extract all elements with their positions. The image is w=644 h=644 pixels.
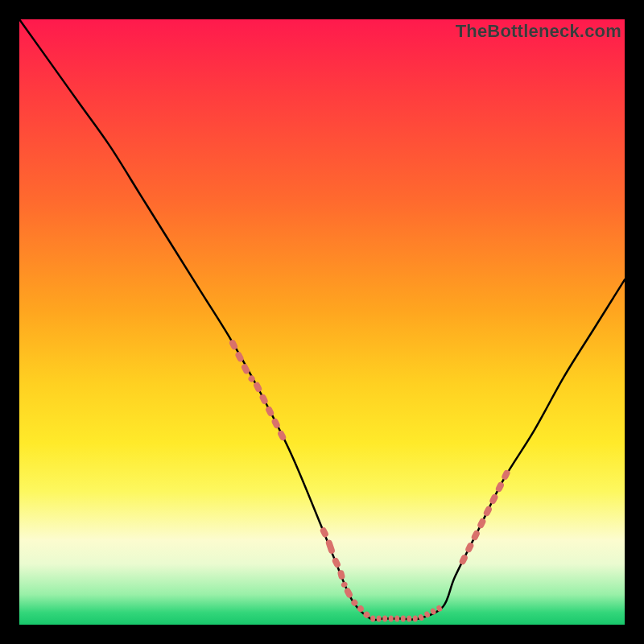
marker-segment <box>407 615 411 621</box>
marker-segment <box>382 615 387 621</box>
chart-frame: TheBottleneck.com <box>19 19 625 625</box>
marker-segment <box>495 481 506 493</box>
marker-segment <box>356 605 365 613</box>
marker-segment <box>325 539 336 554</box>
marker-segment <box>258 393 269 405</box>
chart-svg <box>19 19 625 625</box>
marker-segment <box>418 613 425 621</box>
marker-segment <box>464 542 475 554</box>
marker-segment <box>341 581 349 588</box>
marker-segment <box>370 615 375 621</box>
marker-segment <box>401 615 406 621</box>
marker-segment <box>394 615 399 621</box>
marker-segment <box>389 615 394 621</box>
marker-segment <box>477 518 487 530</box>
marker-segment <box>458 554 469 566</box>
marker-segment <box>482 506 493 518</box>
marker-segment <box>331 556 341 568</box>
marker-segment <box>344 587 354 599</box>
marker-segment <box>319 526 329 539</box>
marker-layer <box>229 339 511 622</box>
marker-segment <box>489 493 499 506</box>
marker-segment <box>413 615 418 621</box>
marker-segment <box>470 530 481 542</box>
marker-segment <box>377 615 382 621</box>
